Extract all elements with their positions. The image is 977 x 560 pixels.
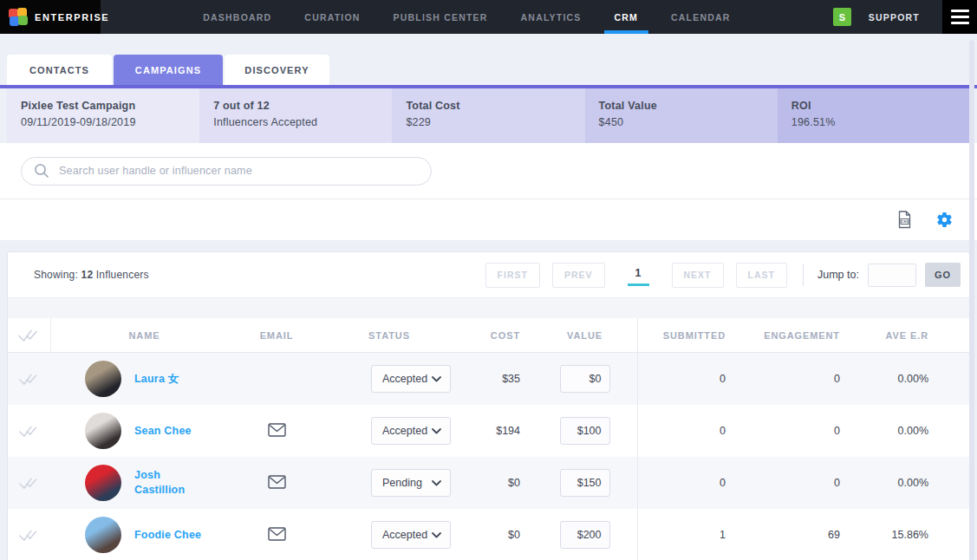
value-input[interactable]: $100 — [560, 417, 610, 445]
current-page[interactable]: 1 — [628, 264, 649, 286]
select-all-checkmark-icon[interactable] — [8, 318, 51, 352]
column-header-submitted[interactable]: SUBMITTED — [638, 318, 729, 352]
row-checkmark-icon[interactable] — [8, 405, 51, 457]
influencer-name-link[interactable]: Sean Chee — [134, 424, 192, 439]
csv-export-icon[interactable]: CSV — [897, 211, 912, 229]
top-nav: ENTERPRISE DASHBOARDCURATIONPUBLISH CENT… — [0, 0, 977, 34]
tab-campaigns[interactable]: CAMPAIGNS — [114, 55, 223, 85]
influencer-avatar[interactable] — [85, 413, 121, 449]
ave-er-cell: 0.00% — [843, 405, 939, 457]
table-header: NAME EMAIL STATUS COST VALUE SUBMITTED E… — [8, 318, 969, 353]
last-page-button[interactable]: LAST — [736, 263, 787, 288]
chevron-down-icon — [432, 532, 441, 538]
submitted-cell: 0 — [638, 457, 729, 509]
influencer-name-link[interactable]: Foodie Chee — [134, 528, 201, 543]
jump-to-input[interactable] — [868, 264, 916, 287]
column-header-email[interactable]: EMAIL — [238, 318, 316, 352]
row-checkmark-icon[interactable] — [8, 457, 51, 509]
column-header-ave-er[interactable]: AVE E.R — [843, 318, 939, 352]
summary-segment-value: $450 — [599, 116, 778, 128]
tab-contacts[interactable]: CONTACTS — [7, 55, 112, 85]
summary-segment-roi: ROI 196.51% — [778, 88, 970, 143]
summary-segment-value: $229 — [406, 116, 584, 128]
column-header-value[interactable]: VALUE — [532, 318, 638, 352]
value-input[interactable]: $200 — [560, 521, 610, 549]
email-icon[interactable] — [268, 423, 286, 440]
submitted-cell: 0 — [638, 353, 729, 405]
value-input[interactable]: $150 — [560, 469, 610, 497]
engagement-cell: 0 — [729, 353, 843, 405]
pixlee-logo-icon — [9, 8, 27, 26]
nav-right: S SUPPORT — [833, 0, 977, 34]
search-row — [0, 143, 977, 199]
summary-segment-pixlee-test-campaign: Pixlee Test Campaign 09/11/2019-09/18/20… — [7, 88, 199, 143]
nav-item-analytics[interactable]: ANALYTICS — [511, 0, 592, 34]
search-box[interactable] — [21, 157, 432, 186]
nav-item-support[interactable]: SUPPORT — [869, 12, 920, 23]
pagination-row: Showing: 12 Influencers FIRST PREV 1 NEX… — [8, 252, 969, 297]
user-avatar[interactable]: S — [833, 8, 851, 26]
engagement-cell: 0 — [729, 457, 843, 509]
cost-cell: $0 — [463, 457, 532, 509]
jump-to-label: Jump to: — [817, 269, 859, 281]
row-checkmark-icon[interactable] — [8, 353, 51, 405]
table-row-foodie-chee: Foodie Chee Accepted $0 $200 1 69 15.8 — [8, 509, 969, 560]
crm-page: ENTERPRISE DASHBOARDCURATIONPUBLISH CENT… — [0, 0, 977, 560]
svg-text:CSV: CSV — [901, 219, 909, 224]
table-row-josh-castillion: Josh Castillion Pending $0 $150 0 0 0. — [8, 457, 969, 509]
showing-count: Showing: 12 Influencers — [34, 269, 149, 281]
nav-item-crm[interactable]: CRM — [604, 0, 649, 34]
status-select[interactable]: Accepted — [371, 365, 451, 393]
status-select[interactable]: Accepted — [371, 417, 451, 445]
crm-tabs: CONTACTSCAMPAIGNSDISCOVERY — [0, 34, 977, 85]
engagement-cell: 0 — [729, 405, 843, 457]
influencer-avatar[interactable] — [85, 361, 121, 397]
cost-cell: $0 — [463, 509, 532, 560]
influencer-avatar[interactable] — [85, 465, 121, 501]
prev-page-button[interactable]: PREV — [552, 263, 605, 288]
influencer-table-card: Showing: 12 Influencers FIRST PREV 1 NEX… — [7, 251, 970, 560]
nav-item-publish-center[interactable]: PUBLISH CENTER — [383, 0, 498, 34]
brand[interactable]: ENTERPRISE — [0, 0, 101, 34]
ave-er-cell: 0.00% — [843, 353, 939, 405]
summary-segment-value: 196.51% — [791, 116, 970, 128]
nav-item-curation[interactable]: CURATION — [294, 0, 370, 34]
influencer-avatar[interactable] — [85, 517, 121, 553]
influencer-name-link[interactable]: Laura 女 — [134, 372, 179, 387]
summary-segment-title: ROI — [791, 100, 970, 112]
engagement-cell: 69 — [729, 509, 843, 560]
summary-segment-title: Total Value — [599, 100, 778, 112]
next-page-button[interactable]: NEXT — [672, 263, 724, 288]
nav-item-dashboard[interactable]: DASHBOARD — [192, 0, 282, 34]
brand-label: ENTERPRISE — [35, 12, 109, 23]
column-header-status[interactable]: STATUS — [316, 318, 463, 352]
pagination-divider — [803, 264, 804, 286]
cost-cell: $194 — [463, 405, 532, 457]
column-header-cost[interactable]: COST — [463, 318, 532, 352]
nav-menu: DASHBOARDCURATIONPUBLISH CENTERANALYTICS… — [101, 0, 833, 34]
table-toolbar: CSV — [0, 199, 977, 239]
email-icon[interactable] — [268, 527, 286, 544]
table-body: Laura 女 Accepted $35 $0 0 0 0.00% — [8, 353, 969, 560]
summary-segment-total-cost: Total Cost $229 — [392, 88, 584, 143]
email-icon[interactable] — [268, 475, 286, 492]
chevron-down-icon — [432, 480, 441, 486]
influencer-name-link[interactable]: Josh Castillion — [134, 468, 211, 498]
first-page-button[interactable]: FIRST — [485, 263, 540, 288]
column-header-name[interactable]: NAME — [51, 318, 238, 352]
ave-er-cell: 15.86% — [843, 509, 939, 560]
chevron-down-icon — [432, 428, 441, 434]
status-select[interactable]: Pending — [371, 469, 451, 497]
page-scrollbar[interactable] — [969, 40, 974, 560]
tab-discovery[interactable]: DISCOVERY — [225, 55, 329, 85]
table-row-sean-chee: Sean Chee Accepted $194 $100 0 0 0.00% — [8, 405, 969, 457]
nav-item-calendar[interactable]: CALENDAR — [661, 0, 741, 34]
hamburger-menu-icon[interactable] — [942, 0, 977, 34]
search-input[interactable] — [59, 165, 431, 177]
settings-gear-icon[interactable] — [935, 211, 954, 229]
go-button[interactable]: GO — [925, 263, 961, 287]
status-select[interactable]: Accepted — [371, 521, 451, 549]
column-header-engagement[interactable]: ENGAGEMENT — [729, 318, 843, 352]
row-checkmark-icon[interactable] — [8, 509, 51, 560]
value-input[interactable]: $0 — [560, 365, 610, 393]
